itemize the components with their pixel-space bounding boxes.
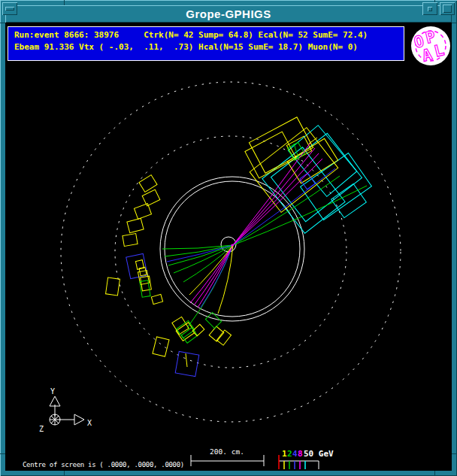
energy-legend-digit: 2: [287, 449, 292, 459]
centre-status-text: Centre of screen is ( .0000, .0000, .000…: [23, 461, 184, 468]
energy-legend-digit: 8: [298, 449, 303, 459]
x-axis-arrowhead: [74, 414, 84, 425]
window-menu-icon: [5, 7, 14, 11]
energy-legend: 124850 GeV: [279, 449, 334, 469]
titlebar[interactable]: Grope-GPHIGS: [5, 5, 452, 23]
calo-box: [216, 330, 231, 345]
energy-legend-digit: 1: [282, 449, 287, 459]
frame-seam: [452, 23, 457, 23]
z-axis-label: Z: [39, 425, 44, 433]
particle-track: [218, 245, 233, 314]
iconify-button[interactable]: [422, 2, 437, 15]
iconify-icon: [428, 7, 432, 11]
detector-graphics: [61, 82, 401, 422]
frame-seam: [452, 453, 457, 454]
calo-box: [245, 132, 296, 178]
calo-box: [271, 133, 362, 222]
calo-box: [287, 138, 337, 183]
event-display[interactable]: Y X Z 200. cm. 124850 GeV Centre of scre…: [5, 23, 452, 471]
run-info-panel: Run:event 8666: 38976 Ctrk(N= 42 Sump= 6…: [8, 26, 404, 61]
window-title: Grope-GPHIGS: [186, 8, 271, 20]
maximize-icon: [443, 5, 452, 13]
y-axis-label: Y: [50, 387, 55, 396]
particle-track: [186, 353, 187, 367]
frame-seam: [0, 453, 5, 454]
calo-box: [123, 234, 138, 247]
canvas-area: Y X Z 200. cm. 124850 GeV Centre of scre…: [5, 23, 452, 471]
frame-seam: [64, 0, 65, 5]
calo-box: [205, 312, 221, 328]
calo-box: [153, 337, 169, 356]
run-info-line-1: Run:event 8666: 38976 Ctrk(N= 42 Sump= 6…: [14, 29, 404, 41]
scale-label: 200. cm.: [210, 447, 244, 456]
opal-logo: O P A L: [410, 25, 452, 67]
x-axis-label: X: [87, 419, 92, 427]
calo-box: [151, 294, 162, 304]
scale-bar: 200. cm.: [191, 447, 264, 466]
frame-seam: [0, 23, 5, 23]
calo-box: [288, 126, 356, 197]
beam-spot: [232, 244, 234, 247]
calo-box: [127, 218, 144, 232]
calo-box: [135, 204, 152, 220]
frame-seam: [434, 471, 435, 476]
frame-seam: [64, 471, 65, 476]
app-window: Grope-GPHIGS Y X Z: [0, 0, 457, 476]
calo-box: [106, 277, 120, 296]
energy-legend-digits: 124850 GeV: [282, 449, 334, 459]
maximize-button[interactable]: [440, 2, 455, 15]
window-menu-button[interactable]: [2, 2, 17, 15]
axis-gizmo: Y X Z: [39, 387, 92, 433]
particle-track: [309, 138, 317, 144]
energy-legend-digit: 50 GeV: [304, 449, 334, 459]
particle-track: [233, 186, 367, 245]
energy-legend-digit: 4: [292, 449, 298, 459]
run-info-line-2: Ebeam 91.336 Vtx ( -.03, .11, .73) Hcal(…: [14, 41, 404, 53]
particle-track: [233, 176, 340, 245]
